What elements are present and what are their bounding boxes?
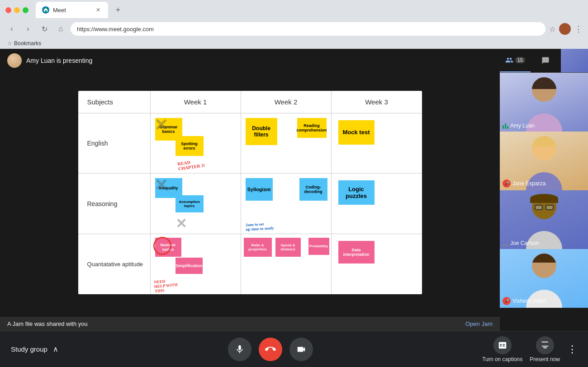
header-week3: Week 3 — [332, 91, 422, 113]
tab-participants[interactable]: 15 — [500, 49, 531, 72]
participant-name-joe: Joe Carlson — [503, 240, 539, 246]
cell-reasoning-w1: Inequality ✕ Assumption topics ✕ — [151, 174, 241, 234]
meet-controls: Study group ∧ Turn on captions — [0, 331, 588, 367]
audio-bars-amy — [503, 122, 508, 129]
meet-main: Amy Luan is presenting Subjects Week 1 W… — [0, 49, 588, 331]
presentation-area: Amy Luan is presenting Subjects Week 1 W… — [0, 49, 500, 331]
refresh-button[interactable]: ↻ — [38, 23, 51, 35]
tab-title: Meet — [53, 7, 66, 14]
cell-quant-w3: Data interpretation — [332, 234, 422, 294]
presenter-avatar — [7, 53, 22, 68]
xmark-english-w1: ✕ — [154, 116, 168, 135]
video-vishesh-patel: 🎤 Vishesh Patel — [500, 249, 588, 308]
tab-chat[interactable] — [531, 49, 561, 72]
active-tab[interactable]: Meet ✕ — [36, 2, 108, 18]
profile-icon[interactable] — [559, 23, 571, 35]
presenter-text: Amy Luan is presenting — [26, 57, 92, 64]
video-amy-luan: Amy Luan — [500, 73, 588, 132]
browser-menu-button[interactable]: ⋮ — [574, 24, 583, 34]
xmark-reasoning-w1a: ✕ — [154, 176, 168, 195]
new-tab-button[interactable]: + — [112, 4, 124, 16]
present-icon — [536, 336, 554, 354]
present-label: Present now — [530, 356, 560, 362]
sticky-logic: Logic puzzles — [338, 180, 375, 205]
open-jam-button[interactable]: Open Jam — [465, 320, 493, 327]
cell-english-w3: Mock test — [332, 113, 422, 174]
browser-toolbar: ‹ › ↻ ⌂ https://www.meet.google.com ☆ ⋮ — [0, 20, 588, 38]
sticky-spotting: Spotting errors — [175, 136, 204, 156]
minimize-dot[interactable] — [14, 7, 20, 13]
sticky-coding: Coding-decoding — [299, 178, 327, 201]
controls-center — [228, 338, 313, 361]
meet-favicon — [42, 6, 49, 14]
participant-name-jane: 🎤 Jane Esparza — [503, 179, 545, 188]
sticky-mock-test: Mock test — [338, 120, 375, 145]
controls-left: Study group ∧ — [11, 345, 58, 353]
close-dot[interactable] — [5, 7, 11, 13]
present-button[interactable]: Present now — [530, 336, 560, 362]
header-week1: Week 1 — [151, 91, 241, 113]
self-preview — [561, 49, 588, 72]
back-button[interactable]: ‹ — [5, 23, 18, 35]
mic-button[interactable] — [228, 338, 251, 361]
meet-app: Amy Luan is presenting Subjects Week 1 W… — [0, 49, 588, 367]
bookmark-button[interactable]: ☆ — [549, 25, 555, 33]
joe-name-label: Joe Carlson — [510, 240, 539, 246]
url-text: https://www.meet.google.com — [77, 26, 154, 33]
captions-label: Turn on captions — [482, 356, 522, 362]
home-button[interactable]: ⌂ — [54, 23, 67, 35]
more-options-button[interactable]: ⋮ — [567, 343, 577, 355]
row-quant: Quantatative aptitude — [78, 234, 151, 294]
tab-close-button[interactable]: ✕ — [95, 6, 102, 14]
chevron-up-icon[interactable]: ∧ — [53, 345, 58, 353]
maximize-dot[interactable] — [23, 7, 28, 13]
browser-tab-bar: Meet ✕ + — [36, 2, 124, 18]
browser-dots — [5, 7, 28, 13]
cell-quant-w1: Number series Simplification NEEDHELP WI… — [151, 234, 241, 294]
handwrite-jane: Jane to setup time to study — [245, 221, 274, 231]
bookmarks-label: Bookmarks — [14, 40, 41, 47]
notification-text: A Jam file was shared with you — [7, 320, 88, 327]
vishesh-name-label: Vishesh Patel — [512, 298, 545, 304]
sidebar-tabs: 15 — [500, 49, 588, 73]
jane-name-label: Jane Esparza — [512, 180, 545, 187]
sticky-data-interp: Data interpretation — [338, 241, 375, 263]
sticky-simplification: Simplification — [175, 258, 203, 274]
circle-mark — [153, 237, 171, 255]
slide-container: Subjects Week 1 Week 2 Week 3 English Gr… — [0, 72, 500, 317]
sticky-speed: Speed & distance — [275, 238, 301, 257]
hangup-button[interactable] — [259, 338, 282, 361]
mic-muted-jane: 🎤 — [503, 179, 511, 188]
captions-icon — [493, 336, 512, 354]
bookmarks-bar: ☆ Bookmarks — [0, 38, 588, 49]
camera-button[interactable] — [289, 338, 313, 361]
row-reasoning: Reasoning — [78, 174, 151, 234]
captions-button[interactable]: Turn on captions — [482, 336, 522, 362]
header-week2: Week 2 — [241, 91, 332, 113]
header-subjects: Subjects — [78, 91, 151, 113]
sticky-ratio: Ratio & proportion — [244, 238, 272, 257]
controls-right: Turn on captions Present now ⋮ — [482, 336, 577, 362]
participants-icon — [505, 56, 513, 64]
cell-english-w2: Double fillers Reading comprehension — [241, 113, 332, 174]
video-joe-carlson: Joe Carlson — [500, 190, 588, 249]
participants-count: 15 — [515, 57, 525, 63]
participant-name-vishesh: 🎤 Vishesh Patel — [503, 297, 545, 305]
handwrite-chapter: READCHAPTER 3! — [177, 158, 205, 171]
amy-name-label: Amy Luan — [510, 122, 535, 129]
audio-bars-joe — [503, 240, 508, 246]
cell-reasoning-w3: Logic puzzles — [332, 174, 422, 234]
sticky-double-fillers: Double fillers — [246, 118, 277, 145]
sidebar: 15 — [500, 49, 588, 331]
notification-bar: A Jam file was shared with you Open Jam — [0, 317, 500, 331]
browser-chrome: Meet ✕ + ‹ › ↻ ⌂ https://www.meet.google… — [0, 0, 588, 49]
browser-titlebar: Meet ✕ + — [0, 0, 588, 20]
participant-videos: Amy Luan 🎤 Jane Espar — [500, 73, 588, 331]
xmark-reasoning-w1b: ✕ — [175, 216, 187, 231]
address-bar[interactable]: https://www.meet.google.com — [71, 22, 545, 36]
video-jane-esparza: 🎤 Jane Esparza — [500, 132, 588, 190]
cell-quant-w2: Ratio & proportion Speed & distance Prob… — [241, 234, 332, 294]
cell-reasoning-w2: Syllogism Coding-decoding Jane to setup … — [241, 174, 332, 234]
participant-name-amy: Amy Luan — [503, 122, 535, 129]
forward-button[interactable]: › — [22, 23, 34, 35]
